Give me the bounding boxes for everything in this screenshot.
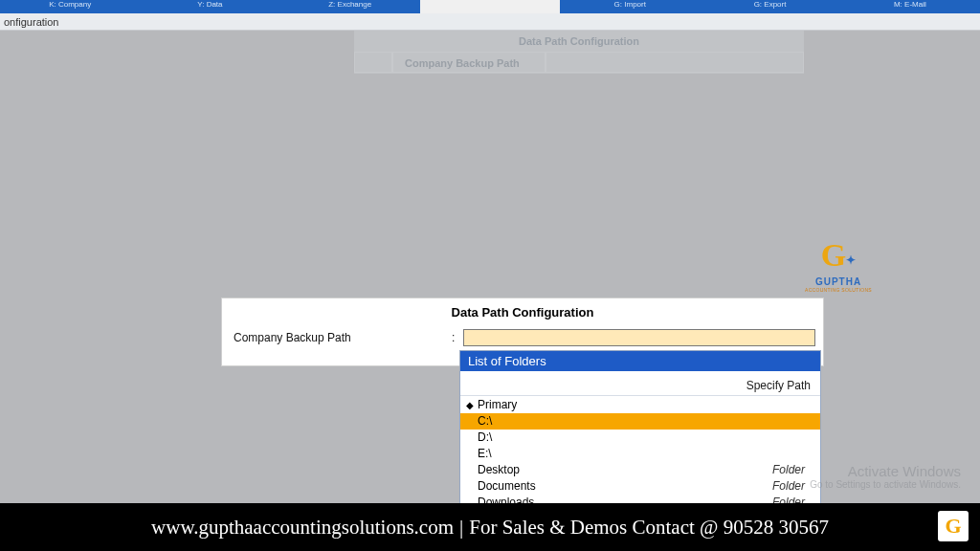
folder-list-primary: ◆Primary xyxy=(460,396,820,413)
toolbar-item-export[interactable]: G: Export xyxy=(700,0,839,13)
background-config-panel: Data Path Configuration Company Backup P… xyxy=(354,31,804,74)
activate-windows-line1: Activate Windows xyxy=(810,463,961,479)
folder-list-header: List of Folders xyxy=(460,351,820,371)
folder-list-primary-label: Primary xyxy=(478,398,517,411)
folder-item-type: Folder xyxy=(772,479,811,494)
toolbar-item-import[interactable]: G: Import xyxy=(560,0,700,13)
folder-list-item[interactable]: C:\ xyxy=(460,413,820,430)
folder-list-items: C:\D:\E:\DesktopFolderDocumentsFolderDow… xyxy=(460,413,820,511)
footer-badge: G xyxy=(938,511,969,541)
folder-item-type: Folder xyxy=(772,463,811,477)
toolbar-item-active[interactable] xyxy=(420,0,560,13)
folder-list-item[interactable]: D:\ xyxy=(460,430,820,446)
brand-logo: G✦ GUPTHA ACCOUNTING SOLUTIONS xyxy=(800,241,877,293)
folder-item-type xyxy=(805,430,811,445)
activate-windows-watermark: Activate Windows Go to Settings to activ… xyxy=(810,463,961,490)
specify-path-link[interactable]: Specify Path xyxy=(460,371,820,396)
activate-windows-line2: Go to Settings to activate Windows. xyxy=(810,479,961,490)
folder-item-type xyxy=(805,414,811,429)
folder-list-dropdown: List of Folders Specify Path ◆Primary C:… xyxy=(459,350,821,512)
backup-path-label: Company Backup Path xyxy=(230,331,452,344)
toolbar-item-email[interactable]: M: E-Mail xyxy=(840,0,980,13)
footer-bar: www.gupthaaccountingsolutions.com | For … xyxy=(0,503,980,551)
brand-logo-name: GUPTHA xyxy=(800,276,877,287)
folder-item-name: Documents xyxy=(478,479,772,494)
breadcrumb: onfiguration xyxy=(0,13,980,31)
folder-list-item[interactable]: E:\ xyxy=(460,446,820,462)
folder-item-name: E:\ xyxy=(478,447,805,461)
footer-badge-icon: G xyxy=(945,517,961,536)
folder-item-name: D:\ xyxy=(478,430,805,445)
folder-list-item[interactable]: DocumentsFolder xyxy=(460,478,820,495)
brand-logo-mark: G✦ xyxy=(800,241,877,276)
background-config-title: Data Path Configuration xyxy=(354,31,804,52)
background-row-input xyxy=(546,52,804,73)
toolbar-item-company[interactable]: K: Company xyxy=(0,0,140,13)
folder-list-item[interactable]: DesktopFolder xyxy=(460,462,820,478)
backup-path-input[interactable] xyxy=(463,329,815,346)
dialog-title: Data Path Configuration xyxy=(222,298,823,323)
footer-text: For Sales & Demos Contact @ 90528 30567 xyxy=(469,516,829,540)
diamond-icon: ◆ xyxy=(466,400,474,410)
background-row-prefix xyxy=(354,52,392,73)
footer-url: www.gupthaaccountingsolutions.com xyxy=(151,516,454,540)
toolbar-item-exchange[interactable]: Z: Exchange xyxy=(280,0,420,13)
background-row-label: Company Backup Path xyxy=(392,52,546,73)
toolbar-item-data[interactable]: Y: Data xyxy=(140,0,279,13)
folder-item-name: C:\ xyxy=(478,414,805,429)
backup-path-colon: : xyxy=(452,331,463,344)
brand-logo-sub: ACCOUNTING SOLUTIONS xyxy=(800,287,877,293)
footer-separator: | xyxy=(459,516,463,540)
folder-item-name: Desktop xyxy=(478,463,772,477)
folder-item-type xyxy=(805,447,811,461)
top-toolbar: K: Company Y: Data Z: Exchange G: Import… xyxy=(0,0,980,13)
